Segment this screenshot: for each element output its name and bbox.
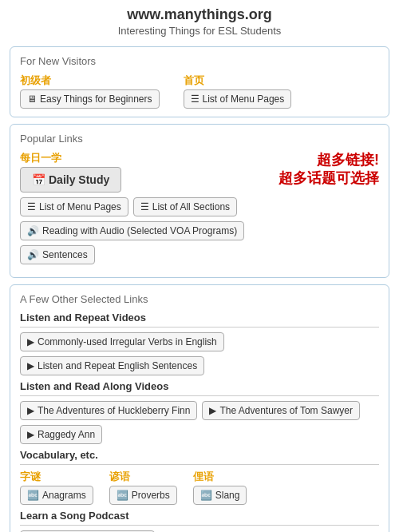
irregular-icon: ▶ [27, 336, 34, 347]
popular-links-card: Popular Links 每日一学 📅 Daily Study ☰ List … [10, 124, 389, 278]
site-header: www.manythings.org Interesting Things fo… [0, 0, 399, 40]
promo-text: 超多链接! 超多话题可选择 [279, 151, 379, 189]
new-visitors-inner: 初级者 🖥 Easy Things for Beginners 首页 ☰ Lis… [20, 73, 379, 109]
sentences-label: Sentences [42, 249, 88, 260]
easy-label: Easy Things for Beginners [40, 93, 152, 105]
anagrams-label: Anagrams [42, 490, 86, 501]
popular-links-title: Popular Links [20, 133, 379, 145]
all-label: List of All Sections [152, 201, 230, 212]
sentences-button[interactable]: 🔊 Sentences [20, 245, 95, 264]
anagrams-item: 字谜 🔤 Anagrams [20, 470, 93, 505]
lr-label: Listen and Repeat English Sentences [38, 360, 197, 371]
daily-study-button[interactable]: 📅 Daily Study [20, 167, 121, 193]
irregular-label: Commonly-used Irregular Verbs in English [38, 336, 217, 347]
reading-icon: 🔊 [27, 225, 39, 236]
proverbs-icon: 🔤 [117, 490, 128, 501]
slang-button[interactable]: 🔤 Slang [193, 486, 247, 505]
read-along-row: ▶ The Adventures of Huckleberry Finn ▶ T… [20, 401, 379, 444]
menu-label-nv: List of Menu Pages [203, 93, 285, 105]
list-menu-pages-button[interactable]: ☰ List of Menu Pages [20, 197, 128, 216]
daily-chinese-label: 每日一学 [20, 151, 279, 165]
easy-things-button[interactable]: 🖥 Easy Things for Beginners [20, 89, 160, 109]
huck-icon: ▶ [27, 405, 34, 416]
site-subtitle: Interesting Things for ESL Students [3, 25, 396, 37]
slang-label: Slang [215, 490, 240, 501]
section-listen-repeat: Listen and Repeat Videos [20, 312, 379, 328]
new-visitors-card: For New Visitors 初级者 🖥 Easy Things for B… [10, 46, 389, 117]
list-menu-pages-button-nv[interactable]: ☰ List of Menu Pages [184, 89, 292, 109]
proverbs-chinese: 谚语 [109, 470, 130, 484]
anagrams-button[interactable]: 🔤 Anagrams [20, 486, 93, 505]
all-icon: ☰ [140, 201, 149, 212]
easy-icon: 🖥 [27, 93, 37, 105]
raggedy-icon: ▶ [27, 429, 34, 440]
section-vocabulary: Vocabulary, etc. [20, 449, 379, 465]
other-links-card: A Few Other Selected Links Listen and Re… [10, 284, 389, 532]
menu-label: List of Menu Pages [39, 201, 121, 212]
listen-repeat-row: ▶ Commonly-used Irregular Verbs in Engli… [20, 332, 379, 375]
tom-sawyer-button[interactable]: ▶ The Adventures of Tom Sawyer [202, 401, 360, 420]
new-visitors-title: For New Visitors [20, 55, 379, 67]
tom-icon: ▶ [209, 405, 216, 416]
listen-repeat-sentences-button[interactable]: ▶ Listen and Repeat English Sentences [20, 356, 204, 375]
raggedy-ann-button[interactable]: ▶ Raggedy Ann [20, 425, 102, 444]
anagrams-icon: 🔤 [27, 490, 39, 501]
promo-line1: 超多链接! [279, 151, 379, 169]
sentences-icon: 🔊 [27, 249, 39, 260]
promo-line2: 超多话题可选择 [279, 169, 379, 188]
daily-study-row: 📅 Daily Study [20, 167, 279, 193]
popular-left: 每日一学 📅 Daily Study ☰ List of Menu Pages … [20, 151, 279, 269]
tom-label: The Adventures of Tom Sawyer [219, 405, 353, 416]
slang-chinese: 俚语 [193, 470, 214, 484]
slang-icon: 🔤 [200, 490, 212, 501]
slang-item: 俚语 🔤 Slang [193, 470, 247, 505]
daily-study-label: Daily Study [49, 173, 109, 186]
site-title: www.manythings.org [3, 6, 396, 23]
list-all-sections-button[interactable]: ☰ List of All Sections [133, 197, 237, 216]
section-song-podcast: Learn a Song Podcast [20, 510, 379, 526]
huck-label: The Adventures of Huckleberry Finn [38, 405, 190, 416]
lr-icon: ▶ [27, 360, 34, 371]
raggedy-label: Raggedy Ann [38, 429, 95, 440]
popular-row2: ☰ List of Menu Pages ☰ List of All Secti… [20, 197, 279, 216]
proverbs-label: Proverbs [132, 490, 170, 501]
proverbs-item: 谚语 🔤 Proverbs [109, 470, 177, 505]
anagrams-chinese: 字谜 [20, 470, 41, 484]
section-read-along: Listen and Read Along Videos [20, 380, 379, 396]
new-visitors-chinese2: 首页 [184, 73, 292, 88]
huckleberry-button[interactable]: ▶ The Adventures of Huckleberry Finn [20, 401, 197, 420]
reading-label: Reading with Audio (Selected VOA Program… [42, 225, 237, 236]
new-visitors-chinese1: 初级者 [20, 73, 160, 88]
new-visitors-col2: 首页 ☰ List of Menu Pages [184, 73, 292, 109]
other-links-title: A Few Other Selected Links [20, 293, 379, 305]
popular-inner: 每日一学 📅 Daily Study ☰ List of Menu Pages … [20, 151, 379, 269]
irregular-verbs-button[interactable]: ▶ Commonly-used Irregular Verbs in Engli… [20, 332, 224, 351]
menu-icon: ☰ [27, 201, 36, 212]
reading-audio-button[interactable]: 🔊 Reading with Audio (Selected VOA Progr… [20, 221, 244, 240]
menu-icon-nv: ☰ [191, 93, 200, 105]
daily-study-icon: 📅 [32, 173, 45, 186]
vocab-chinese-row: 字谜 🔤 Anagrams 谚语 🔤 Proverbs 俚语 🔤 Slang [20, 470, 379, 505]
new-visitors-col1: 初级者 🖥 Easy Things for Beginners [20, 73, 160, 109]
proverbs-button[interactable]: 🔤 Proverbs [109, 486, 177, 505]
popular-row3: 🔊 Reading with Audio (Selected VOA Progr… [20, 221, 279, 264]
